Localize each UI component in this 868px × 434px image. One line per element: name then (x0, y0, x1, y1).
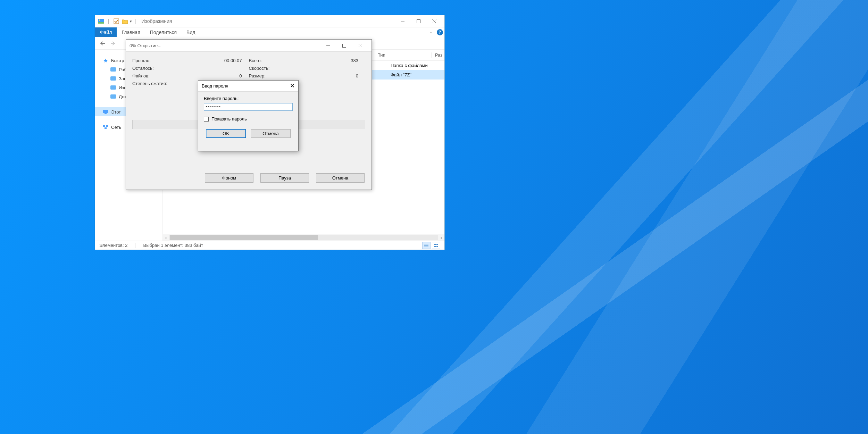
files-label: Файлов: (132, 73, 239, 78)
size-value: 0 (356, 73, 365, 78)
svg-rect-13 (106, 125, 108, 127)
view-thumbnails-button[interactable] (432, 242, 440, 249)
pc-icon (103, 109, 108, 115)
cancel-button[interactable]: Отмена (251, 129, 291, 138)
password-title: Ввод пароля (202, 83, 228, 89)
sidebar-label: Сеть (111, 125, 121, 130)
close-button[interactable] (352, 40, 368, 51)
svg-rect-20 (434, 246, 436, 247)
sidebar-label: Док (119, 94, 126, 99)
svg-rect-23 (342, 44, 346, 47)
files-value: 0 (239, 73, 249, 78)
tab-home[interactable]: Главная (117, 27, 145, 37)
folder-icon (110, 94, 116, 99)
status-bar: Элементов: 2 Выбран 1 элемент: 383 байт (95, 241, 444, 250)
folder-icon (110, 67, 116, 72)
maximize-button[interactable] (336, 40, 352, 51)
file-type: Папка с файлами (387, 63, 444, 68)
background-button[interactable]: Фоном (205, 173, 253, 183)
svg-rect-14 (105, 127, 107, 129)
qat-sep2: | (135, 18, 136, 24)
explorer-titlebar[interactable]: | ▾ | Изображения (95, 15, 444, 27)
view-details-button[interactable] (422, 242, 431, 249)
tab-share[interactable]: Поделиться (145, 27, 182, 37)
folder-icon (110, 76, 116, 81)
pause-button[interactable]: Пауза (260, 173, 309, 183)
back-button[interactable] (98, 39, 107, 48)
scroll-left-icon[interactable]: ‹ (163, 235, 169, 240)
svg-rect-11 (105, 113, 107, 114)
svg-rect-10 (103, 110, 108, 113)
window-title: Изображения (141, 18, 172, 24)
svg-rect-18 (434, 244, 436, 245)
total-label: Всего: (249, 58, 351, 63)
speed-label: Скорость: (249, 66, 359, 71)
minimize-button[interactable] (320, 40, 336, 51)
horizontal-scrollbar[interactable]: ‹ › (163, 234, 444, 241)
progress-titlebar[interactable]: 0% Открытие... (126, 40, 372, 52)
app-icon (97, 17, 105, 25)
folder-icon[interactable] (121, 17, 129, 25)
status-selected: Выбран 1 элемент: 383 байт (143, 243, 203, 248)
scroll-right-icon[interactable]: › (438, 235, 444, 240)
ribbon-tabs: Файл Главная Поделиться Вид ⌄ ? (95, 27, 444, 37)
show-password-label[interactable]: Показать пароль (211, 116, 247, 122)
qat-checkbox-icon[interactable] (112, 17, 120, 25)
sidebar-label: Заг (119, 76, 126, 81)
folder-icon (110, 85, 116, 90)
password-dialog: Ввод пароля ✕ Введите пароль: Показать п… (198, 80, 299, 151)
star-icon: ★ (103, 58, 108, 63)
svg-rect-21 (436, 246, 438, 247)
forward-button[interactable] (109, 39, 118, 48)
tab-file[interactable]: Файл (95, 27, 117, 37)
maximize-button[interactable] (410, 16, 426, 26)
total-value: 383 (351, 58, 365, 63)
svg-rect-5 (417, 19, 420, 23)
ribbon-collapse-icon[interactable]: ⌄ (426, 27, 435, 37)
elapsed-label: Прошло: (132, 58, 224, 63)
minimize-button[interactable] (394, 16, 410, 26)
qat-dropdown-icon[interactable]: ▾ (130, 19, 132, 24)
svg-rect-12 (103, 125, 105, 127)
file-type: Файл "7Z" (387, 72, 444, 77)
svg-rect-19 (436, 244, 438, 245)
scroll-track[interactable] (169, 235, 438, 240)
svg-rect-1 (98, 22, 104, 24)
column-size[interactable]: Раз (431, 52, 444, 58)
status-separator (135, 243, 135, 248)
qat-sep: | (108, 18, 109, 24)
close-icon[interactable]: ✕ (290, 82, 295, 90)
tab-view[interactable]: Вид (182, 27, 200, 37)
cancel-button[interactable]: Отмена (316, 173, 365, 183)
column-type[interactable]: Тип (374, 52, 431, 58)
status-count: Элементов: 2 (99, 243, 127, 248)
password-input[interactable] (204, 103, 293, 111)
remaining-label: Осталось: (132, 66, 242, 71)
sidebar-label: Этот (111, 109, 121, 115)
sidebar-label: Быстр (111, 58, 124, 63)
close-button[interactable] (426, 16, 442, 26)
show-password-checkbox[interactable] (204, 117, 209, 122)
password-titlebar[interactable]: Ввод пароля ✕ (198, 81, 298, 92)
progress-title: 0% Открытие... (130, 43, 161, 48)
size-label: Размер: (249, 73, 356, 78)
svg-point-2 (99, 19, 100, 21)
help-button[interactable]: ? (435, 27, 444, 37)
ok-button[interactable]: OK (206, 129, 246, 138)
scroll-thumb[interactable] (170, 235, 318, 240)
password-label: Введите пароль: (204, 96, 293, 101)
network-icon (103, 124, 108, 130)
elapsed-value: 00:00:07 (224, 58, 249, 63)
